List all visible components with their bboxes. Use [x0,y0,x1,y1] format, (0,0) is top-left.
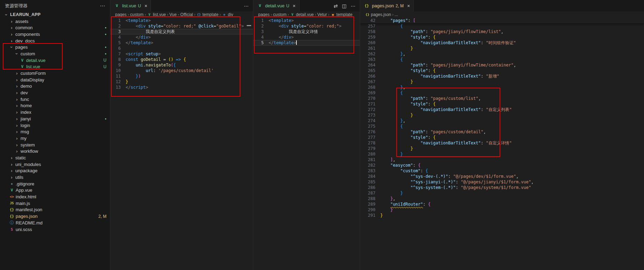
code-line[interactable]: 290 } [360,207,644,213]
tree-item-login[interactable]: ›login [0,122,110,129]
tree-item-components[interactable]: ›components● [0,31,110,38]
code-line[interactable]: 273 } [360,112,644,118]
code-line[interactable]: 272 "navigationBarTitleText": "自定义列表" [360,107,644,112]
tree-item-manifest-json[interactable]: {}manifest.json [0,207,110,213]
sticky-scroll-line[interactable]: 42 "pages": [ [360,18,644,23]
tab-detail-vue[interactable]: V detail.vue U × [253,0,300,11]
code-line[interactable]: 266 "navigationBarTitleText": "新增" [360,73,644,79]
code-line[interactable]: 2 <div style="color: red;" @click="goDet… [110,23,253,29]
breadcrumb[interactable]: {}pages.json›... [360,11,644,18]
tree-item-dev[interactable]: ›dev [0,89,110,96]
tree-item-func[interactable]: ›func [0,96,110,103]
tree-item-main-js[interactable]: JSmain.js [0,200,110,207]
code-line[interactable]: 276 "path": "pages/custom/detail", [360,129,644,135]
code-area-pages-json[interactable]: 42 "pages": [257 {258 "path": "pages/jia… [360,18,644,270]
breadcrumb-item-list-vue[interactable]: Vlist.vue [147,12,166,17]
code-line[interactable]: 10 url: '/pages/custom/detail' [110,68,253,73]
tree-item-jianyi[interactable]: ›jianyi● [0,116,110,122]
tree-item-readme-md[interactable]: ⓘREADME.md [0,220,110,226]
code-line[interactable]: 260 "navigationBarTitleText": "时间组件验证" [360,40,644,46]
tree-item-learun-app[interactable]: ›LEARUN_APP [0,11,110,18]
tree-item-customform[interactable]: ›customForm [0,70,110,77]
code-line[interactable]: 281 ], [360,157,644,162]
breadcrumb-item-custom[interactable]: custom [130,12,144,17]
code-line[interactable]: 7<script setup> [110,51,253,57]
breadcrumb-item-div[interactable]: ⊘div [222,12,233,17]
split-editor-icon[interactable]: ◫ [342,3,347,9]
code-line[interactable]: 291} [360,213,644,218]
breadcrumb-item-vue-official[interactable]: Vue - Official [169,12,193,17]
tree-item-uni-scss[interactable]: Suni.scss [0,226,110,233]
code-line[interactable]: 4 </div> [110,34,253,40]
tree-item-detail-vue[interactable]: Vdetail.vueU [0,57,110,64]
tree-item-unpackage[interactable]: ›unpackage [0,168,110,174]
code-line[interactable]: 289 "uniIdRouter": { [360,201,644,207]
code-line[interactable]: 262 }, [360,51,644,57]
code-line[interactable]: 4 </div> [253,34,360,40]
close-icon[interactable]: × [144,3,147,9]
tab-pages-json[interactable]: {} pages.json 2, M × [360,0,414,11]
tree-item-gitignore[interactable]: ◆.gitignore [0,181,110,187]
close-icon[interactable]: × [407,3,410,9]
code-area-list-vue[interactable]: 1<template>2 <div style="color: red;" @c… [110,18,253,270]
breadcrumb-item-detail-vue[interactable]: Vdetail.vue [290,12,313,17]
code-line[interactable]: 271 "style": { [360,101,644,107]
tree-item-home[interactable]: ›home [0,103,110,109]
tree-item-demo[interactable]: ›demo [0,83,110,90]
code-line[interactable]: 261 } [360,46,644,51]
code-line[interactable]: 264 "path": "pages/jianyi/flowTime/conta… [360,62,644,68]
tree-item-app-vue[interactable]: VApp.vue [0,187,110,194]
tab-list-vue[interactable]: V list.vue U × [110,0,151,11]
breadcrumb-item-template[interactable]: ▣template [331,12,352,17]
breadcrumb[interactable]: pages›custom›Vlist.vue›Vue - Official›{}… [110,11,253,18]
code-line[interactable]: 12} [110,79,253,85]
tree-item-workflow[interactable]: ›workflow [0,148,110,154]
code-line[interactable]: 263 { [360,57,644,62]
tree-item-common[interactable]: ›common● [0,24,110,31]
code-line[interactable]: 268 }, [360,85,644,90]
breadcrumb-item-vetur[interactable]: Vetur [317,12,327,17]
code-line[interactable]: 282 "easycom": { [360,162,644,168]
code-line[interactable]: 5</template> [110,40,253,46]
close-icon[interactable]: × [293,3,295,9]
tree-item-index-html[interactable]: <>index.html [0,193,110,200]
breadcrumb-item-custom[interactable]: custom [273,12,287,17]
code-line[interactable]: 8const goDetail = () => { [110,57,253,62]
tree-item-my[interactable]: ›my [0,135,110,142]
breadcrumb-item-template[interactable]: {}template [197,12,218,17]
more-actions-icon[interactable]: ⋯ [100,3,105,9]
open-changes-icon[interactable]: ⇄ [334,3,338,9]
tree-item-uni-modules[interactable]: ›uni_modules [0,161,110,168]
code-line[interactable]: 3 我是自定义列表 [110,29,253,34]
code-line[interactable]: 286 "^sys-system-(.*)": "@/pages/system/… [360,185,644,190]
breadcrumb[interactable]: pages›custom›Vdetail.vue›Vetur›▣template [253,11,360,18]
code-line[interactable]: 11 }) [110,73,253,79]
code-line[interactable]: 279 } [360,146,644,151]
code-line[interactable]: 13</script> [110,85,253,90]
tree-item-datadisplay[interactable]: ›dataDisplay [0,77,110,83]
code-line[interactable]: 265 "style": { [360,68,644,73]
breadcrumb-item-pages[interactable]: pages [258,12,270,17]
code-line[interactable]: 9 uni.navigateTo({ [110,62,253,68]
code-line[interactable]: 258 "path": "pages/jianyi/flowTime/list"… [360,29,644,34]
tree-item-pages[interactable]: ›pages● [0,44,110,50]
code-line[interactable]: 5</template> [253,40,360,46]
code-line[interactable]: 267 } [360,79,644,85]
tree-item-index[interactable]: ›index [0,109,110,116]
tree-item-static[interactable]: ›static [0,154,110,161]
tree-item-list-vue[interactable]: Vlist.vueU [0,64,110,70]
code-line[interactable]: 278 "navigationBarTitleText": "自定义详情" [360,140,644,146]
code-line[interactable]: 2 <div style="color: red;"> [253,23,360,29]
tree-item-system[interactable]: ›system [0,142,110,148]
code-line[interactable]: 257 { [360,23,644,29]
code-line[interactable]: 283 "custom": { [360,168,644,174]
code-line[interactable]: 6 [110,46,253,51]
tree-item-pages-json[interactable]: {}pages.json2, M [0,213,110,220]
breadcrumb-item-[interactable]: ... [395,12,398,17]
tree-item-msg[interactable]: ›msg [0,128,110,135]
breadcrumb-item-pages-json[interactable]: {}pages.json [365,12,391,17]
code-line[interactable]: 287 } [360,190,644,196]
tree-item-assets[interactable]: ›assets [0,18,110,25]
tree-item-utils[interactable]: ›utils [0,174,110,181]
more-actions-icon[interactable]: ⋯ [351,3,356,9]
